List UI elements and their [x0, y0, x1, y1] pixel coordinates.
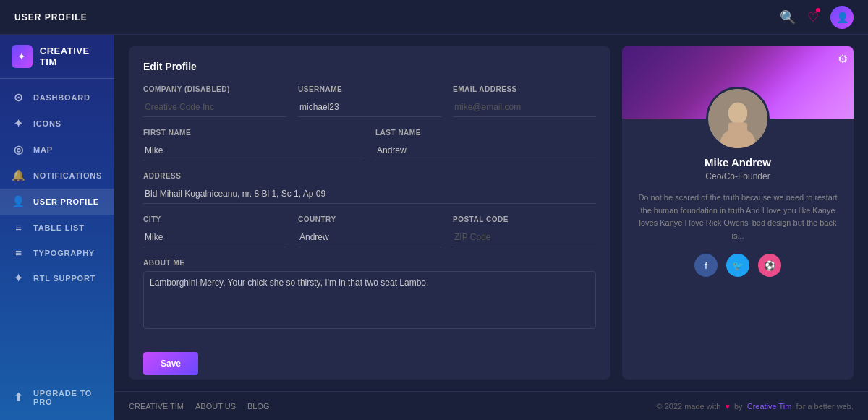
- firstname-input[interactable]: [143, 141, 364, 160]
- firstname-label: First Name: [143, 129, 364, 137]
- edit-profile-card: Edit Profile Company (disabled) Username…: [129, 46, 610, 380]
- notifications-icon: 🔔: [12, 169, 26, 182]
- sidebar-item-label: MAP: [33, 145, 53, 154]
- user-profile-icon: 👤: [12, 195, 26, 208]
- footer-brand-link[interactable]: Creative Tim: [747, 402, 792, 411]
- topbar-title: USER PROFILE: [14, 12, 88, 22]
- profile-bio: Do not be scared of the truth because we…: [637, 192, 839, 242]
- company-label: Company (disabled): [143, 85, 286, 93]
- city-input[interactable]: [143, 228, 286, 247]
- aboutme-group: About Me Lamborghini Mercy, Your chick s…: [143, 259, 596, 329]
- pulse-icon[interactable]: ♡: [807, 9, 819, 25]
- sidebar-item-label: ICONS: [33, 119, 61, 128]
- sidebar-item-user-profile[interactable]: 👤 USER PROFILE: [0, 189, 114, 215]
- lastname-input[interactable]: [375, 141, 596, 160]
- avatar-wrap: [706, 87, 770, 150]
- footer-link-about-us[interactable]: ABOUT US: [195, 402, 236, 411]
- country-label: Country: [298, 215, 441, 223]
- sidebar: ✦ CREATIVE TIM ⊙ DASHBOARD ✦ ICONS ◎ MAP…: [0, 35, 114, 420]
- footer-link-blog[interactable]: BLOG: [247, 402, 270, 411]
- search-icon[interactable]: 🔍: [780, 9, 796, 25]
- city-group: City: [143, 215, 286, 247]
- brand-name: CREATIVE TIM: [40, 46, 103, 67]
- dashboard-icon: ⊙: [12, 91, 26, 104]
- footer-suffix: for a better web.: [796, 402, 854, 411]
- form-row-2: First Name Last Name: [143, 129, 596, 160]
- sidebar-item-label: RTL SUPPORT: [33, 274, 95, 283]
- sidebar-item-upgrade[interactable]: ⬆ UPGRADE TO PRO: [0, 382, 114, 413]
- username-group: Username: [298, 85, 441, 117]
- form-row-5: About Me Lamborghini Mercy, Your chick s…: [143, 259, 596, 329]
- sidebar-item-icons[interactable]: ✦ ICONS: [0, 111, 114, 137]
- company-group: Company (disabled): [143, 85, 286, 117]
- card-title: Edit Profile: [143, 61, 596, 72]
- sidebar-item-dashboard[interactable]: ⊙ DASHBOARD: [0, 85, 114, 111]
- dribbble-button[interactable]: ⚽: [758, 254, 781, 277]
- sidebar-brand[interactable]: ✦ CREATIVE TIM: [0, 35, 114, 79]
- lastname-group: Last Name: [375, 129, 596, 160]
- main-layout: ✦ CREATIVE TIM ⊙ DASHBOARD ✦ ICONS ◎ MAP…: [0, 35, 868, 420]
- icons-icon: ✦: [12, 117, 26, 130]
- footer-link-creative-tim[interactable]: CREATIVE TIM: [129, 402, 184, 411]
- sidebar-item-label: TABLE LIST: [33, 223, 85, 232]
- sidebar-item-label: NOTIFICATIONS: [33, 171, 102, 180]
- aboutme-label: About Me: [143, 259, 596, 267]
- postal-input[interactable]: [453, 228, 596, 247]
- save-button[interactable]: Save: [143, 352, 198, 375]
- brand-icon: ✦: [12, 45, 33, 68]
- typography-icon: ≡: [12, 247, 26, 259]
- profile-card: ⚙: [622, 46, 854, 380]
- postal-group: Postal Code: [453, 215, 596, 247]
- email-group: Email address: [453, 85, 596, 117]
- email-input[interactable]: [453, 98, 596, 117]
- footer-links: CREATIVE TIM ABOUT US BLOG: [129, 402, 270, 411]
- username-input[interactable]: [298, 98, 441, 117]
- profile-avatar: [706, 87, 770, 150]
- twitter-button[interactable]: 🐦: [726, 254, 749, 277]
- profile-name: Mike Andrew: [637, 156, 839, 168]
- footer-heart: ♥: [725, 402, 730, 411]
- sidebar-item-typography[interactable]: ≡ TYPOGRAPHY: [0, 240, 114, 265]
- form-row-3: Address: [143, 172, 596, 204]
- address-input[interactable]: [143, 184, 596, 204]
- sidebar-item-label: DASHBOARD: [33, 93, 90, 102]
- sidebar-item-map[interactable]: ◎ MAP: [0, 137, 114, 163]
- facebook-button[interactable]: f: [694, 254, 718, 277]
- svg-rect-4: [728, 123, 747, 135]
- topbar: USER PROFILE 🔍 ♡ 👤: [0, 0, 868, 35]
- username-label: Username: [298, 85, 441, 93]
- firstname-group: First Name: [143, 129, 364, 160]
- svg-point-3: [728, 103, 747, 124]
- footer: CREATIVE TIM ABOUT US BLOG © 2022 made w…: [114, 391, 868, 420]
- map-icon: ◎: [12, 143, 26, 156]
- sidebar-item-rtl[interactable]: ✦ RTL SUPPORT: [0, 265, 114, 291]
- profile-banner: ⚙: [622, 46, 854, 119]
- content-area: Edit Profile Company (disabled) Username…: [114, 35, 868, 420]
- upgrade-label: UPGRADE TO PRO: [33, 389, 103, 406]
- sidebar-item-table-list[interactable]: ≡ TABLE LIST: [0, 215, 114, 240]
- country-group: Country: [298, 215, 441, 247]
- address-group: Address: [143, 172, 596, 204]
- sidebar-item-label: TYPOGRAPHY: [33, 249, 95, 257]
- country-input[interactable]: [298, 228, 441, 247]
- avatar[interactable]: 👤: [830, 6, 854, 29]
- email-label: Email address: [453, 85, 596, 93]
- sidebar-item-label: USER PROFILE: [33, 197, 99, 206]
- upgrade-icon: ⬆: [12, 391, 26, 404]
- city-label: City: [143, 215, 286, 223]
- aboutme-textarea[interactable]: Lamborghini Mercy, Your chick she so thi…: [143, 271, 596, 329]
- company-input[interactable]: [143, 98, 286, 117]
- sidebar-item-notifications[interactable]: 🔔 NOTIFICATIONS: [0, 163, 114, 189]
- footer-right: © 2022 made with ♥ by Creative Tim for a…: [657, 402, 854, 411]
- topbar-right: 🔍 ♡ 👤: [780, 6, 854, 29]
- rtl-icon: ✦: [12, 272, 26, 285]
- form-row-4: City Country Postal Code: [143, 215, 596, 247]
- footer-by: by: [734, 402, 743, 411]
- content-scroll: Edit Profile Company (disabled) Username…: [114, 35, 868, 391]
- postal-label: Postal Code: [453, 215, 596, 223]
- address-label: Address: [143, 172, 596, 180]
- profile-role: Ceo/Co-Founder: [637, 171, 839, 181]
- gear-icon[interactable]: ⚙: [838, 52, 848, 66]
- form-row-1: Company (disabled) Username Email addres…: [143, 85, 596, 117]
- lastname-label: Last Name: [375, 129, 596, 137]
